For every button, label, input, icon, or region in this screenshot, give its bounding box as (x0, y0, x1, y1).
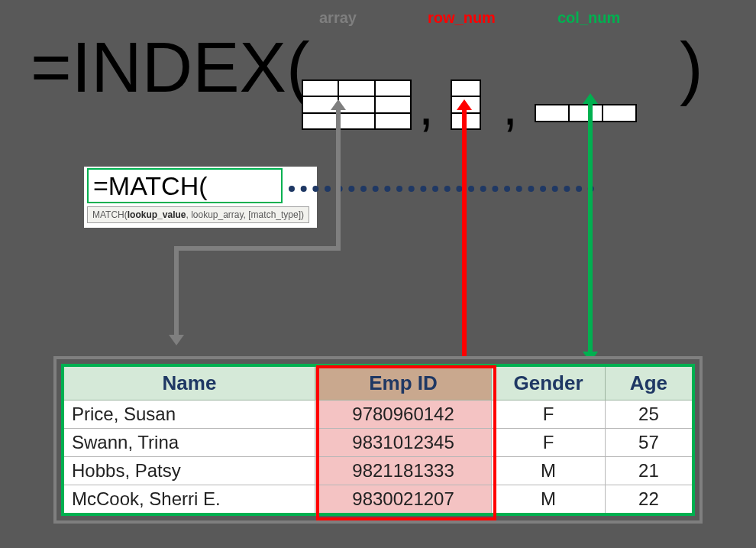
formula-comma-1: , (418, 78, 434, 133)
arrow-array-up-head (331, 99, 346, 110)
cell-gender: F (492, 400, 606, 429)
label-row-num: row_num (428, 9, 496, 27)
tooltip-fn: MATCH( (92, 209, 128, 220)
arrow-array-up-shaft (336, 109, 341, 174)
cell-age: 57 (605, 429, 693, 457)
cell-emp: 9830021207 (315, 485, 491, 515)
match-tooltip: MATCH(lookup_value, lookup_array, [match… (87, 206, 309, 223)
cell-name: Swann, Trina (63, 429, 315, 457)
col-header-emp: Emp ID (315, 365, 491, 400)
index-formula-row: =INDEX( , , ) (0, 32, 756, 131)
table-row: Hobbs, Patsy 9821181333 M 21 (63, 457, 693, 485)
arrow-array-down-shaft (174, 246, 179, 338)
table-row: Price, Susan 9780960142 F 25 (63, 400, 693, 429)
table-header-row: Name Emp ID Gender Age (63, 365, 693, 400)
col-header-age: Age (605, 365, 693, 400)
table-row: McCook, Sherri E. 9830021207 M 22 (63, 485, 693, 515)
cell-emp: 9780960142 (315, 400, 491, 429)
arrow-array-vert2 (336, 171, 341, 251)
cell-age: 25 (605, 400, 693, 429)
cell-emp: 9821181333 (315, 457, 491, 485)
array-grid-icon (302, 79, 412, 130)
arrow-array-horiz (174, 246, 339, 251)
arrow-colnum-head-up (583, 93, 598, 104)
formula-comma-2: , (502, 78, 518, 133)
col-num-grid-icon (535, 104, 637, 122)
table-row: Swann, Trina 9831012345 F 57 (63, 429, 693, 457)
cell-name: Price, Susan (63, 400, 315, 429)
tooltip-rest: , lookup_array, [match_type]) (186, 209, 304, 220)
arrow-array-down-head (169, 335, 184, 345)
cell-name: Hobbs, Patsy (63, 457, 315, 485)
label-array: array (319, 9, 357, 27)
formula-prefix: =INDEX( (31, 32, 310, 102)
data-table-container: Name Emp ID Gender Age Price, Susan 9780… (53, 356, 703, 524)
label-col-num: col_num (557, 9, 620, 27)
arrow-colnum-shaft (588, 102, 593, 355)
data-table: Name Emp ID Gender Age Price, Susan 9780… (61, 364, 695, 516)
cell-name: McCook, Sherri E. (63, 485, 315, 515)
cell-emp: 9831012345 (315, 429, 491, 457)
cell-age: 21 (605, 457, 693, 485)
cell-age: 22 (605, 485, 693, 515)
arrow-rownum-shaft (462, 109, 467, 378)
dotted-connector (289, 186, 594, 192)
col-header-gender: Gender (492, 365, 606, 400)
formula-close-paren: ) (680, 32, 703, 102)
arrow-rownum-head-up (457, 99, 472, 110)
cell-gender: M (492, 457, 606, 485)
cell-gender: M (492, 485, 606, 515)
match-formula-cell[interactable]: =MATCH( (87, 168, 283, 203)
cell-gender: F (492, 429, 606, 457)
match-formula-card: =MATCH( MATCH(lookup_value, lookup_array… (84, 167, 317, 228)
tooltip-bold-arg: lookup_value (128, 209, 186, 220)
col-header-name: Name (63, 365, 315, 400)
